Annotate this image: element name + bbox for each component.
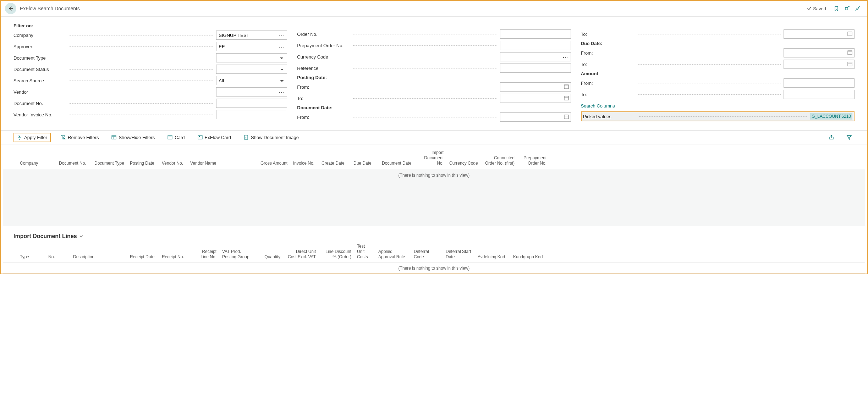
due-from-label: From: [581,50,634,56]
amount-from-label: From: [581,81,634,86]
remove-filters-button[interactable]: Remove Filters [58,133,101,142]
col2-receipt-date[interactable]: Receipt Date [127,244,159,260]
col-document-no[interactable]: Document No. [56,150,92,166]
saved-indicator: Saved [807,6,826,11]
search-source-label: Search Source [13,78,67,83]
docdate-to-input[interactable] [784,29,855,39]
col-vendor-no[interactable]: Vendor No. [159,150,187,166]
toggle-filter-icon [111,135,116,140]
document-status-select[interactable] [216,65,287,74]
prepayment-order-no-input[interactable] [500,41,571,50]
posting-to-label: To: [297,96,350,101]
bookmark-icon[interactable] [833,5,840,12]
col-currency-code[interactable]: Currency Code [446,150,482,166]
col-due-date[interactable]: Due Date [351,150,379,166]
apply-filter-button[interactable]: Apply Filter [13,133,51,142]
col-posting-date[interactable]: Posting Date [127,150,159,166]
show-hide-filters-button[interactable]: Show/Hide Filters [109,133,158,142]
posting-from-input[interactable] [500,82,571,92]
company-input[interactable] [216,31,287,40]
filter-col-1: Filter on: Company Approver: Document Ty… [13,22,287,123]
header-bar: ExFlow Search Documents Saved [1,1,867,17]
col-create-date[interactable]: Create Date [319,150,351,166]
order-no-label: Order No. [297,32,350,37]
remove-filter-icon [61,135,66,140]
order-no-input[interactable] [500,29,571,39]
arrow-left-icon [8,6,13,11]
page-title: ExFlow Search Documents [20,6,80,11]
posting-to-input[interactable] [500,94,571,103]
due-to-input[interactable] [784,60,855,69]
collapse-icon[interactable] [855,5,861,12]
exflow-card-button[interactable]: ExFlow Card [195,133,234,142]
col2-kundgrupp-kod[interactable]: Kundgrupp Kod [510,244,546,260]
share-icon[interactable] [828,134,835,140]
col-gross-amount[interactable]: Gross Amount [251,150,290,166]
reference-input[interactable] [500,64,571,73]
col-company[interactable]: Company [17,150,56,166]
check-icon [807,6,812,11]
document-type-select[interactable] [216,53,287,62]
back-button[interactable] [5,3,16,14]
col2-avdelning-kod[interactable]: Avdelning Kod [475,244,510,260]
grid-header: Company Document No. Document Type Posti… [3,148,865,169]
show-document-image-button[interactable]: Show Document Image [241,133,302,142]
due-from-input[interactable] [784,48,855,57]
amount-to-input[interactable] [784,90,855,99]
col2-applied-approval-rule[interactable]: Applied Approval Rule [375,244,411,260]
col-import-doc-no[interactable]: Import Document No. [414,150,446,166]
chevron-down-icon [79,234,83,238]
document-no-label: Document No. [13,101,67,106]
col2-receipt-no[interactable]: Receipt No. [159,244,191,260]
col2-description[interactable]: Description [70,244,127,260]
col2-direct-unit-cost[interactable]: Direct Unit Cost Excl. VAT [283,244,319,260]
company-label: Company [13,33,67,38]
filter-col-2: Order No. Prepayment Order No. Currency … [297,22,571,123]
document-no-input[interactable] [216,99,287,108]
col-connected-order-no[interactable]: Connected Order No. (first) [482,150,517,166]
filter-icon[interactable] [846,134,852,140]
vendor-invoice-no-input[interactable] [216,110,287,119]
filter-on-heading: Filter on: [13,23,287,28]
currency-code-label: Currency Code [297,54,350,60]
svg-rect-6 [112,136,116,139]
col-document-date[interactable]: Document Date [379,150,414,166]
col-prepayment-order-no[interactable]: Prepayment Order No. [517,150,549,166]
col2-quantity[interactable]: Quantity [255,244,283,260]
col2-deferral-code[interactable]: Deferral Code [411,244,443,260]
prepayment-order-no-label: Prepayment Order No. [297,43,350,48]
col-vendor-name[interactable]: Vendor Name [187,150,251,166]
search-columns-link[interactable]: Search Columns [581,103,855,109]
card-button[interactable]: Card [165,133,187,142]
amount-to-label: To: [581,92,634,97]
docdate-from-label: From: [297,115,350,120]
col2-no[interactable]: No. [45,244,70,260]
col2-type[interactable]: Type [17,244,45,260]
picked-values-label: Picked values: [583,114,636,119]
popout-icon[interactable] [844,5,850,12]
col2-line-discount[interactable]: Line Discount % (Order) [319,244,354,260]
col-invoice-no[interactable]: Invoice No. [290,150,319,166]
col2-receipt-line-no[interactable]: Receipt Line No. [191,244,219,260]
document-type-label: Document Type [13,55,67,61]
picked-values-value[interactable]: G_LACCOUNT:6210 [810,113,852,120]
currency-code-input[interactable] [500,52,571,61]
approver-input[interactable] [216,42,287,51]
search-source-select[interactable]: All [216,76,287,85]
vendor-input[interactable] [216,87,287,97]
docdate-from-input[interactable] [500,112,571,122]
col2-vat-group[interactable]: VAT Prod. Posting Group [219,244,255,260]
col-document-type[interactable]: Document Type [92,150,127,166]
col2-test-unit-costs[interactable]: Test Unit Costs [354,244,375,260]
document-status-label: Document Status [13,67,67,72]
amount-from-input[interactable] [784,78,855,88]
vendor-label: Vendor [13,89,67,95]
import-doc-lines-header[interactable]: Import Document Lines [1,226,867,242]
posting-from-label: From: [297,84,350,90]
reference-label: Reference [297,66,350,71]
posting-date-heading: Posting Date: [297,75,571,80]
svg-rect-7 [168,136,172,139]
approver-label: Approver: [13,44,67,49]
exflow-card-icon [198,135,203,140]
col2-deferral-start-date[interactable]: Deferral Start Date [443,244,475,260]
